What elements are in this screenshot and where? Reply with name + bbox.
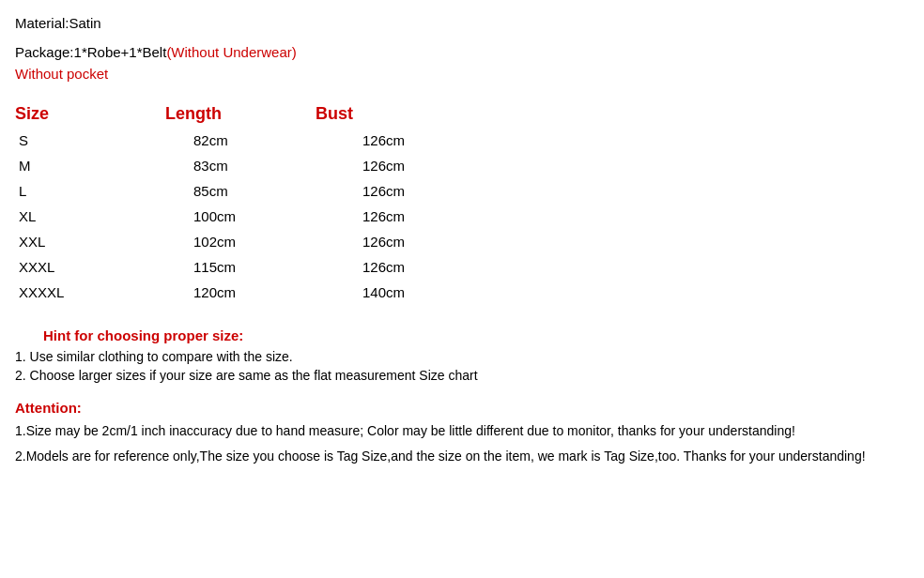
hint-item-1: 1. Use similar clothing to compare with … (15, 349, 909, 364)
hint-section: Hint for choosing proper size: 1. Use si… (15, 327, 909, 383)
length-cell: 120cm (165, 280, 316, 305)
material-text: Material:Satin (15, 15, 101, 31)
table-row: XXXL115cm126cm (15, 254, 466, 280)
attention-item-1: 1.Size may be 2cm/1 inch inaccuracy due … (15, 421, 909, 441)
bust-cell: 126cm (316, 178, 466, 204)
table-row: M83cm126cm (15, 153, 466, 178)
attention-section: Attention: 1.Size may be 2cm/1 inch inac… (15, 400, 909, 466)
length-cell: 83cm (165, 153, 316, 178)
length-cell: 82cm (165, 128, 316, 153)
table-row: XXXXL120cm140cm (15, 280, 466, 305)
length-cell: 85cm (165, 178, 316, 204)
table-row: S82cm126cm (15, 128, 466, 153)
size-col-header: Size (15, 100, 165, 128)
size-cell: S (15, 128, 165, 153)
length-cell: 102cm (165, 229, 316, 254)
package-text: Package:1*Robe+1*Belt (15, 44, 166, 60)
bust-col-header: Bust (316, 100, 466, 128)
size-cell: XL (15, 204, 165, 229)
bust-cell: 126cm (316, 204, 466, 229)
size-cell: M (15, 153, 165, 178)
bust-cell: 126cm (316, 153, 466, 178)
attention-item-2: 2.Models are for reference only,The size… (15, 447, 909, 466)
size-cell: XXXXL (15, 280, 165, 305)
hint-title: Hint for choosing proper size: (43, 327, 909, 343)
size-table: Size Length Bust S82cm126cmM83cm126cmL85… (15, 100, 909, 305)
table-row: XL100cm126cm (15, 204, 466, 229)
material-line: Material:Satin (15, 15, 909, 31)
table-row: L85cm126cm (15, 178, 466, 204)
length-col-header: Length (165, 100, 316, 128)
without-pocket-text: Without pocket (15, 66, 108, 82)
bust-cell: 126cm (316, 229, 466, 254)
without-pocket-line: Without pocket (15, 66, 909, 82)
size-cell: XXL (15, 229, 165, 254)
package-line: Package:1*Robe+1*Belt(Without Underwear) (15, 44, 909, 60)
package-red-text: (Without Underwear) (166, 44, 296, 60)
length-cell: 100cm (165, 204, 316, 229)
size-cell: XXXL (15, 254, 165, 280)
length-cell: 115cm (165, 254, 316, 280)
attention-title: Attention: (15, 400, 909, 416)
table-row: XXL102cm126cm (15, 229, 466, 254)
bust-cell: 126cm (316, 128, 466, 153)
size-cell: L (15, 178, 165, 204)
bust-cell: 140cm (316, 280, 466, 305)
bust-cell: 126cm (316, 254, 466, 280)
hint-item-2: 2. Choose larger sizes if your size are … (15, 368, 909, 383)
